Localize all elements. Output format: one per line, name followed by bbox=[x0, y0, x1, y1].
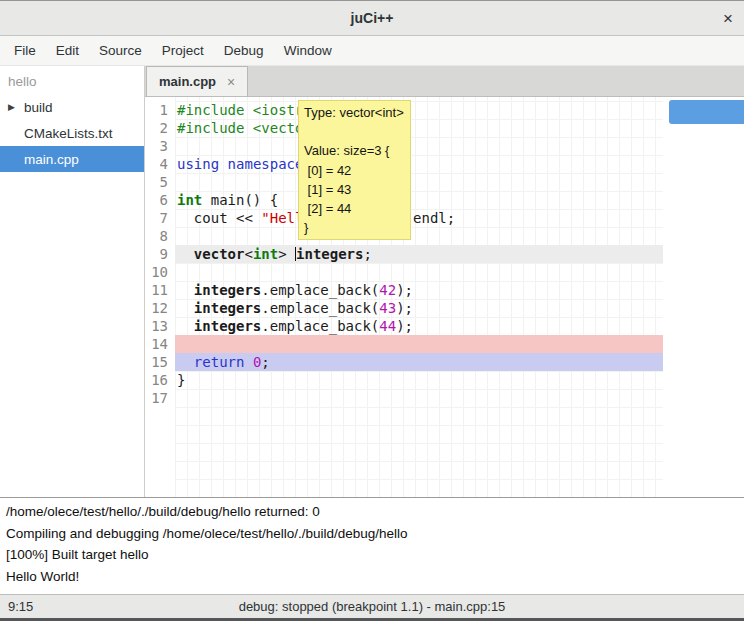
window-title: juCi++ bbox=[351, 10, 394, 26]
tree-item-cmakelists-txt[interactable]: CMakeLists.txt bbox=[0, 120, 144, 146]
code-token: 44 bbox=[379, 318, 396, 334]
code-line-13[interactable]: integers.emplace_back(44); bbox=[175, 317, 663, 335]
tooltip-line: [1] = 43 bbox=[304, 180, 405, 199]
code-line-3[interactable] bbox=[175, 137, 663, 155]
code-token: .emplace_back( bbox=[261, 318, 379, 334]
code-token: 43 bbox=[379, 300, 396, 316]
code-line-15[interactable]: return 0; bbox=[175, 353, 663, 371]
tooltip-line: Value: size=3 { bbox=[304, 141, 405, 160]
tree-root-label: hello bbox=[0, 68, 144, 94]
tree-item-label: main.cpp bbox=[24, 152, 79, 167]
code-token: #include bbox=[177, 120, 253, 136]
tooltip-line: Type: vector<int> bbox=[304, 103, 405, 122]
menu-window[interactable]: Window bbox=[274, 37, 342, 64]
debug-status: debug: stopped (breakpoint 1.1) - main.c… bbox=[239, 599, 506, 614]
line-number: 3 bbox=[145, 137, 175, 155]
code-token: namespace bbox=[228, 156, 304, 172]
line-number: 5 bbox=[145, 173, 175, 191]
code-line-14[interactable] bbox=[175, 335, 663, 353]
code-token: ); bbox=[396, 282, 413, 298]
code-token: integers bbox=[296, 246, 363, 262]
menu-project[interactable]: Project bbox=[152, 37, 214, 64]
code-area[interactable]: #include <iostream>#include <vector>usin… bbox=[175, 97, 663, 497]
code-token: #include bbox=[177, 102, 253, 118]
code-token: } bbox=[177, 372, 185, 388]
line-number: 12 bbox=[145, 299, 175, 317]
expander-icon[interactable]: ▶ bbox=[8, 102, 15, 112]
tab-label: main.cpp bbox=[159, 74, 216, 89]
tree-item-label: build bbox=[24, 100, 53, 115]
code-token: .emplace_back( bbox=[261, 300, 379, 316]
code-line-7[interactable]: cout << "Hello World!" << endl; bbox=[175, 209, 663, 227]
editor-right-margin bbox=[663, 97, 744, 497]
line-number: 14 bbox=[145, 335, 175, 353]
code-token: int bbox=[177, 192, 202, 208]
code-line-5[interactable] bbox=[175, 173, 663, 191]
tab-close-icon[interactable]: × bbox=[227, 74, 235, 90]
menu-edit[interactable]: Edit bbox=[46, 37, 89, 64]
line-number: 9 bbox=[145, 245, 175, 263]
code-token: ); bbox=[396, 300, 413, 316]
code-token: return bbox=[194, 354, 245, 370]
code-token: cout << bbox=[177, 210, 261, 226]
code-token: main() { bbox=[202, 192, 278, 208]
code-token: vector bbox=[194, 246, 245, 262]
line-number: 11 bbox=[145, 281, 175, 299]
main-split: hello ▶buildCMakeLists.txtmain.cpp main.… bbox=[0, 66, 744, 497]
tooltip-line: [2] = 44 bbox=[304, 199, 405, 218]
code-line-6[interactable]: int main() { bbox=[175, 191, 663, 209]
code-token: 42 bbox=[379, 282, 396, 298]
terminal-line: Compiling and debugging /home/olece/test… bbox=[6, 523, 738, 545]
code-token: ; bbox=[363, 246, 371, 262]
tooltip-line: } bbox=[304, 218, 405, 237]
tree-items: ▶buildCMakeLists.txtmain.cpp bbox=[0, 94, 144, 172]
code-token bbox=[177, 246, 194, 262]
line-number: 13 bbox=[145, 317, 175, 335]
tree-item-label: CMakeLists.txt bbox=[24, 126, 113, 141]
file-tree: hello ▶buildCMakeLists.txtmain.cpp bbox=[0, 66, 145, 497]
line-number: 10 bbox=[145, 263, 175, 281]
statusbar: 9:15 debug: stopped (breakpoint 1.1) - m… bbox=[0, 594, 744, 621]
code-line-16[interactable]: } bbox=[175, 371, 663, 389]
menu-file[interactable]: File bbox=[4, 37, 46, 64]
code-line-1[interactable]: #include <iostream> bbox=[175, 101, 663, 119]
code-line-2[interactable]: #include <vector> bbox=[175, 119, 663, 137]
debug-value-tooltip: Type: vector<int> Value: size=3 { [0] = … bbox=[298, 100, 411, 240]
code-token: > bbox=[278, 246, 295, 262]
terminal-line: /home/olece/test/hello/./build/debug/hel… bbox=[6, 501, 738, 523]
editor-pane: main.cpp × 1234567891011121314151617 #in… bbox=[145, 66, 744, 497]
terminal-line: [100%] Built target hello bbox=[6, 544, 738, 566]
menu-debug[interactable]: Debug bbox=[214, 37, 274, 64]
code-token: .emplace_back( bbox=[261, 282, 379, 298]
menu-source[interactable]: Source bbox=[89, 37, 152, 64]
code-line-10[interactable] bbox=[175, 263, 663, 281]
tree-item-main-cpp[interactable]: main.cpp bbox=[0, 146, 144, 172]
code-line-11[interactable]: integers.emplace_back(42); bbox=[175, 281, 663, 299]
terminal-output[interactable]: /home/olece/test/hello/./build/debug/hel… bbox=[0, 497, 744, 594]
titlebar: juCi++ × bbox=[0, 0, 744, 36]
code-token: int bbox=[253, 246, 278, 262]
code-token bbox=[177, 300, 194, 316]
code-line-8[interactable] bbox=[175, 227, 663, 245]
close-icon[interactable]: × bbox=[723, 10, 733, 27]
tab-main-cpp[interactable]: main.cpp × bbox=[146, 66, 248, 96]
code-line-17[interactable] bbox=[175, 389, 663, 407]
source-editor[interactable]: 1234567891011121314151617 #include <iost… bbox=[145, 97, 744, 497]
code-line-9[interactable]: vector<int> integers; bbox=[175, 245, 663, 263]
line-number: 16 bbox=[145, 371, 175, 389]
line-number: 8 bbox=[145, 227, 175, 245]
tabbar: main.cpp × bbox=[145, 66, 744, 97]
line-number: 15 bbox=[145, 353, 175, 371]
scrollbar-thumb[interactable] bbox=[669, 100, 744, 124]
tooltip-line: [0] = 42 bbox=[304, 161, 405, 180]
line-number: 6 bbox=[145, 191, 175, 209]
tree-item-build[interactable]: ▶build bbox=[0, 94, 144, 120]
tooltip-line bbox=[304, 122, 405, 141]
code-token bbox=[219, 156, 227, 172]
code-token: integers bbox=[194, 318, 261, 334]
line-number: 17 bbox=[145, 389, 175, 407]
code-line-4[interactable]: using namespace std; bbox=[175, 155, 663, 173]
code-line-12[interactable]: integers.emplace_back(43); bbox=[175, 299, 663, 317]
app-window: juCi++ × FileEditSourceProjectDebugWindo… bbox=[0, 0, 744, 621]
code-token bbox=[177, 282, 194, 298]
